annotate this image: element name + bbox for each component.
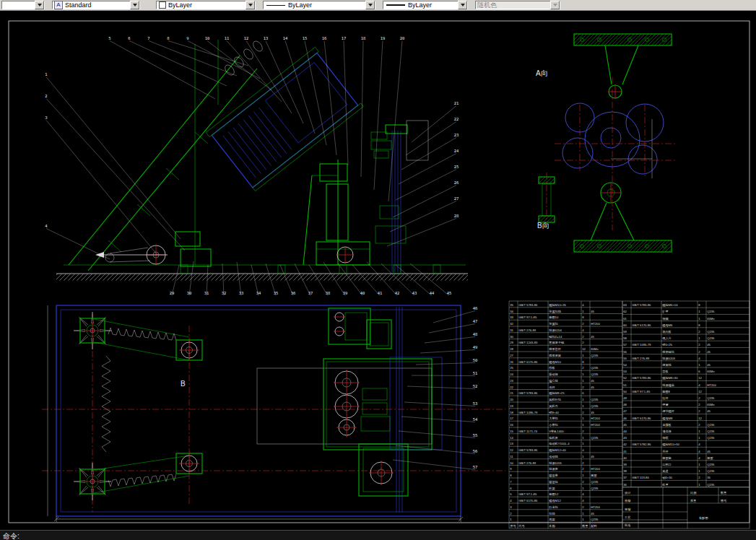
object-properties-toolbar: A Standard ByLayer ByLayer ByLayer 随机色 [0,0,756,11]
svg-text:11: 11 [225,36,230,40]
svg-text:电机座: 电机座 [549,436,558,440]
svg-text:张紧轮: 张紧轮 [549,322,558,326]
svg-text:55: 55 [623,357,627,360]
svg-text:32: 32 [222,291,227,295]
svg-text:1: 1 [698,430,700,433]
svg-text:Q235: Q235 [591,373,599,376]
svg-text:23: 23 [454,133,459,137]
partial-combo[interactable] [1,1,45,9]
chevron-down-icon[interactable] [130,1,139,9]
svg-text:导向板: 导向板 [662,330,672,334]
svg-text:47: 47 [473,319,478,323]
svg-text:7: 7 [147,36,149,40]
lineweight-combo[interactable]: ByLayer [383,1,468,9]
svg-text:16: 16 [322,36,327,40]
svg-text:55: 55 [473,433,478,437]
svg-text:GB/T 97.1-85: GB/T 97.1-85 [518,492,537,496]
svg-text:图号: 图号 [721,499,727,502]
cad-drawing[interactable]: 1234567891011121314151617181920212223242… [0,11,756,530]
svg-text:18: 18 [510,411,513,414]
svg-text:GB/T 6170-86: GB/T 6170-86 [632,417,651,420]
svg-text:1: 1 [582,373,584,376]
chevron-down-icon[interactable] [365,1,375,9]
svg-text:45: 45 [591,379,594,383]
svg-text:12: 12 [582,347,586,351]
chevron-down-icon[interactable] [35,1,44,9]
svg-text:4: 4 [582,499,584,502]
svg-text:35: 35 [510,303,513,307]
linetype-combo[interactable]: ByLayer [263,1,375,9]
svg-text:26: 26 [510,360,513,364]
svg-text:36: 36 [623,483,627,487]
svg-text:4: 4 [582,448,584,452]
svg-text:工艺: 工艺 [624,515,631,519]
text-style-combo[interactable]: A Standard [52,1,140,9]
color-combo[interactable]: ByLayer [156,1,256,9]
chevron-down-icon [550,1,560,9]
svg-text:GB/T 1096-79: GB/T 1096-79 [632,343,651,347]
text-style-icon: A [54,1,63,9]
svg-text:4: 4 [698,450,700,453]
svg-text:轮轴: 轮轴 [549,512,555,515]
svg-text:清选筛: 清选筛 [662,430,672,433]
svg-text:垫圈12: 垫圈12 [549,492,559,496]
svg-text:45: 45 [707,363,711,367]
svg-text:45: 45 [707,450,711,453]
svg-text:振动筛: 振动筛 [549,373,558,376]
svg-text:GB/T 6170-86: GB/T 6170-86 [632,323,651,327]
svg-text:12: 12 [698,417,702,420]
svg-text:轴承座: 轴承座 [549,467,558,471]
svg-text:吊杆: 吊杆 [662,450,668,453]
svg-text:38: 38 [326,291,331,295]
svg-text:24: 24 [454,149,459,153]
svg-text:52: 52 [623,376,627,380]
svg-text:1: 1 [582,379,584,383]
svg-text:13: 13 [510,442,513,445]
svg-text:44: 44 [430,291,435,295]
svg-text:1: 1 [582,436,584,440]
svg-text:键6×25: 键6×25 [661,343,672,347]
svg-text:序号: 序号 [510,524,516,528]
svg-text:挡板: 挡板 [548,366,555,370]
svg-text:护罩: 护罩 [661,310,669,313]
chevron-down-icon[interactable] [246,1,255,9]
svg-text:45: 45 [591,512,594,515]
svg-text:4: 4 [582,303,584,307]
svg-text:46: 46 [473,306,478,310]
svg-text:12: 12 [698,390,702,393]
svg-text:29: 29 [510,341,513,344]
svg-text:螺母M10: 螺母M10 [549,360,561,364]
chevron-down-icon[interactable] [458,1,467,9]
svg-text:质量: 质量 [690,499,696,502]
svg-text:GB/T 5783-86: GB/T 5783-86 [518,391,538,395]
svg-text:1: 1 [582,354,584,357]
svg-text:销6×30: 销6×30 [662,476,672,479]
svg-text:A向: A向 [536,69,548,77]
svg-text:26: 26 [454,180,459,185]
svg-text:2: 2 [582,386,584,389]
svg-text:31: 31 [510,328,513,332]
svg-text:4: 4 [582,328,584,332]
svg-text:57: 57 [623,343,627,347]
command-line[interactable]: 命令: [0,530,756,540]
svg-text:代号: 代号 [518,524,525,528]
lineweight-preview-icon [386,4,405,6]
svg-text:54: 54 [473,417,478,422]
svg-text:GB/T 5783-86: GB/T 5783-86 [518,448,538,452]
svg-text:25: 25 [510,366,513,370]
svg-text:1: 1 [582,404,584,408]
svg-text:1: 1 [582,423,584,427]
drawing-canvas[interactable]: 1234567891011121314151617181920212223242… [0,11,756,530]
svg-text:41: 41 [378,291,383,295]
svg-text:8: 8 [698,303,700,307]
svg-text:2: 2 [582,341,584,344]
svg-text:摘果齿杆: 摘果齿杆 [549,347,561,351]
svg-text:11: 11 [510,455,513,458]
svg-text:Q235: Q235 [707,430,715,433]
svg-text:V带A-1400: V带A-1400 [549,430,564,433]
svg-text:齿板: 齿板 [662,370,668,373]
svg-text:41: 41 [623,450,627,453]
svg-text:1: 1 [698,436,700,440]
svg-text:8: 8 [582,315,584,319]
svg-text:30: 30 [510,335,513,339]
